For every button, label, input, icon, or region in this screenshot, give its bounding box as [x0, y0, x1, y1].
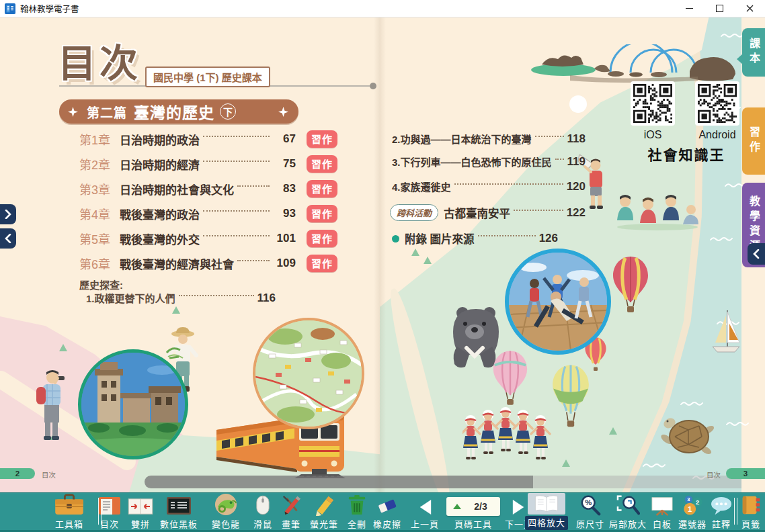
photographer-illustration: [28, 368, 73, 445]
chapter-title: 日治時期的政治: [120, 131, 200, 148]
dual-page-icon: [127, 497, 154, 516]
chapter-row[interactable]: 第4章 戰後臺灣的政治 93 習作: [79, 204, 337, 224]
tree-icon: [59, 344, 67, 351]
chapter-title: 日治時期的經濟: [120, 156, 200, 173]
tree-icon: [172, 306, 180, 314]
dancers-illustration: [462, 403, 551, 474]
chapter-page: 109: [273, 257, 296, 270]
toolbar-button-page-tool[interactable]: 2/3 頁碼工具: [445, 494, 501, 530]
toolbar-button-chameleon[interactable]: 變色龍: [206, 494, 246, 530]
whiteboard-icon: [650, 496, 674, 516]
open-book-icon: [528, 493, 565, 515]
toolbox-button[interactable]: 工具箱: [44, 494, 94, 530]
toolbar-button-label: 上一頁: [411, 517, 439, 530]
bullet-icon: [392, 235, 399, 242]
cross-activity-item[interactable]: 跨科活動 古都臺南安平 122: [390, 204, 586, 221]
toolbar-button-whiteboard[interactable]: 白板: [647, 494, 678, 530]
caret-up-icon: [453, 504, 461, 509]
toolbar-button-label: 目次: [100, 517, 119, 530]
workbook-badge[interactable]: 習作: [307, 230, 337, 247]
workbook-badge[interactable]: 習作: [307, 130, 337, 148]
toolbar-button-label: 螢光筆: [310, 517, 338, 530]
toolbar-button-highlighter[interactable]: 螢光筆: [305, 494, 343, 530]
workbook-badge[interactable]: 習作: [307, 205, 337, 222]
chapter-row[interactable]: 第1章 日治時期的政治 67 習作: [79, 129, 337, 149]
toolbar-button-prev-page[interactable]: 上一頁: [406, 494, 444, 530]
toc-item-label: 3.下行列車——白色恐怖下的原住民: [392, 154, 552, 169]
number-balls-icon: 321: [681, 494, 704, 516]
dotted-leader: [237, 260, 270, 261]
toolbar-button-annotation[interactable]: 註釋: [706, 494, 737, 530]
svg-text:%: %: [585, 498, 592, 506]
toc-item[interactable]: 3.下行列車——白色恐怖下的原住民 119: [392, 154, 586, 169]
chapter-row[interactable]: 第5章 戰後臺灣的外交 101 習作: [79, 228, 337, 249]
toolbar-button-label: 白板: [653, 517, 672, 530]
toolbar-button-label: 選號器: [678, 517, 707, 530]
chameleon-icon: [214, 493, 237, 516]
right-footer-label: 目次: [707, 470, 721, 480]
explore-item[interactable]: 1.政權更替下的人們 116: [86, 291, 276, 305]
toolbar-button-digital-blackboard[interactable]: 數位黑板: [157, 494, 201, 530]
horizontal-scrollbar[interactable]: [145, 476, 741, 488]
islands-bridge-illustration: [530, 44, 739, 86]
tab-workbook[interactable]: 習作: [742, 107, 765, 175]
volume-badge: 下: [220, 103, 236, 120]
chapter-row[interactable]: 第3章 日治時期的社會與文化 83 習作: [79, 179, 337, 199]
collapse-right-panel-button[interactable]: [748, 243, 765, 265]
dotted-leader: [203, 235, 270, 236]
prev-page-icon: [417, 498, 432, 516]
chapter-title: 戰後臺灣的經濟與社會: [120, 255, 234, 272]
toolbar-button-mouse[interactable]: 滑鼠: [247, 494, 278, 530]
highlighter-icon: [313, 494, 335, 516]
workbook-badge[interactable]: 習作: [307, 180, 337, 197]
toolbar-button-partial-zoom[interactable]: 局部放大: [606, 494, 649, 530]
close-button[interactable]: [735, 0, 765, 17]
historic-buildings-photo: [78, 349, 188, 459]
expand-left-panel-button[interactable]: [0, 204, 16, 224]
toolbar-button-number-picker[interactable]: 321 選號器: [676, 494, 709, 530]
toolbar-button-pen[interactable]: 畫筆: [276, 494, 307, 530]
toc-item[interactable]: 4.家族遷徙史 120: [392, 179, 586, 193]
dotted-leader: [555, 159, 564, 160]
tree-icon: [562, 459, 570, 467]
appendix-label: 附錄 圖片來源: [405, 230, 475, 247]
qr-code-ios: [631, 81, 675, 126]
left-page-number: 2: [15, 470, 19, 478]
title-bar: 翰林教學電子書: [0, 0, 765, 17]
cross-activity-page: 122: [567, 206, 586, 220]
page-indicator-box[interactable]: 2/3: [446, 497, 500, 516]
svg-text:1: 1: [688, 505, 692, 513]
page-indicator-value: 2/3: [461, 501, 500, 512]
toc-item[interactable]: 2.功與過——日本統治下的臺灣 118: [392, 132, 586, 146]
chapter-row[interactable]: 第2章 日治時期的經濟 75 習作: [79, 154, 337, 174]
toolbar-button-original-size[interactable]: % 原尺寸: [571, 494, 609, 530]
toolbar-button-page-tabs[interactable]: 頁籤: [737, 494, 765, 530]
toolbar-button-quad-zoom[interactable]: 四格放大: [526, 494, 567, 530]
workbook-badge[interactable]: 習作: [307, 155, 337, 173]
section-title: 臺灣的歷史: [134, 100, 214, 123]
mouse-cursor-icon: [255, 494, 270, 516]
appendix-item[interactable]: 附錄 圖片來源 126: [392, 230, 558, 247]
maximize-button[interactable]: [704, 0, 735, 17]
scrollbar-thumb[interactable]: [145, 476, 533, 488]
toolbar-button-label: 頁籤: [741, 517, 760, 530]
pen-icon: [280, 494, 302, 516]
chapter-number: 第1章: [79, 130, 120, 148]
wave-icon: [721, 28, 743, 40]
toolbar-button-dual-page[interactable]: 雙拼: [125, 494, 156, 530]
speech-bubble-icon: [709, 496, 733, 516]
chapter-title: 日治時期的社會與文化: [120, 181, 234, 197]
toc-item-page: 119: [567, 155, 586, 169]
chapter-row[interactable]: 第6章 戰後臺灣的經濟與社會 109 習作: [79, 253, 337, 273]
minimize-button[interactable]: [674, 0, 704, 17]
toolbar-button-eraser[interactable]: 橡皮擦: [368, 494, 406, 530]
toolbar-button-label: 頁碼工具: [454, 517, 492, 530]
workbook-badge[interactable]: 習作: [307, 255, 337, 272]
tab-textbook[interactable]: 課本: [742, 28, 765, 77]
dotted-leader: [454, 183, 563, 185]
toolbox-label: 工具箱: [55, 517, 83, 530]
chapter-title: 戰後臺灣的外交: [120, 230, 200, 247]
dotted-leader: [179, 295, 254, 296]
toolbar-button-toc[interactable]: 目次: [94, 494, 125, 530]
collapse-left-panel-button[interactable]: [0, 228, 16, 249]
